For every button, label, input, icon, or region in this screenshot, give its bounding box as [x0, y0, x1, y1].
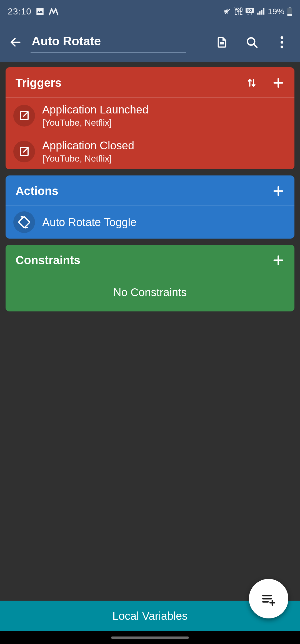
trigger-title: Application Launched: [42, 103, 149, 116]
trigger-row[interactable]: Application Launched [YouTube, Netflix]: [6, 98, 294, 133]
overflow-menu-button[interactable]: [269, 30, 294, 55]
description-button[interactable]: [209, 30, 234, 55]
actions-header: Actions: [6, 175, 294, 205]
local-variables-label: Local Variables: [112, 610, 188, 622]
search-button[interactable]: [239, 30, 264, 55]
app-launch-icon: [13, 141, 35, 162]
macro-name-input[interactable]: [31, 32, 186, 53]
reorder-triggers-button[interactable]: [244, 75, 259, 91]
nav-handle[interactable]: [111, 636, 189, 639]
action-row[interactable]: Auto Rotate Toggle: [6, 206, 294, 239]
add-trigger-button[interactable]: [271, 75, 286, 91]
title-wrap: [31, 32, 204, 53]
svg-rect-3: [259, 11, 261, 15]
svg-rect-5: [263, 8, 264, 14]
app-bar: [0, 23, 300, 62]
rotate-icon: [13, 211, 35, 233]
svg-point-10: [281, 36, 283, 39]
svg-point-11: [281, 41, 283, 44]
constraints-title: Constraints: [16, 254, 80, 267]
actions-title: Actions: [16, 184, 58, 198]
add-variable-fab[interactable]: [249, 579, 288, 618]
app-launch-icon: [13, 105, 35, 127]
constraints-header: Constraints: [6, 245, 294, 275]
trigger-subtitle: [YouTube, Netflix]: [42, 118, 149, 128]
svg-rect-2: [257, 13, 259, 15]
add-constraint-button[interactable]: [271, 252, 286, 268]
trigger-subtitle: [YouTube, Netflix]: [42, 153, 134, 164]
triggers-card: Triggers Application Launched [Yo: [6, 67, 294, 169]
content: Triggers Application Launched [Yo: [0, 62, 300, 644]
action-title: Auto Rotate Toggle: [42, 216, 137, 229]
svg-rect-8: [287, 14, 292, 16]
battery-text: 19%: [268, 7, 284, 16]
status-left: 23:10: [8, 6, 59, 17]
nav-bar: [0, 631, 300, 644]
svg-point-12: [281, 46, 283, 48]
svg-text:5G: 5G: [247, 8, 252, 13]
trigger-row[interactable]: Application Closed [YouTube, Netflix]: [6, 133, 294, 169]
actions-card: Actions Auto Rotate Toggle: [6, 175, 294, 239]
m-letter-icon: [49, 7, 59, 16]
svg-rect-4: [261, 10, 262, 14]
5g-icon: 5G: [246, 8, 254, 15]
gallery-icon: [35, 7, 45, 16]
trigger-title: Application Closed: [42, 139, 134, 152]
triggers-title: Triggers: [16, 76, 62, 90]
svg-rect-6: [289, 7, 291, 8]
triggers-header: Triggers: [6, 67, 294, 97]
volte-icon: Vo))LTE: [234, 8, 243, 15]
mute-icon: [223, 7, 232, 16]
status-time: 23:10: [8, 6, 31, 17]
status-bar: 23:10 Vo))LTE 5G 19%: [0, 0, 300, 23]
back-button[interactable]: [6, 32, 26, 52]
svg-rect-15: [18, 216, 30, 228]
constraints-card: Constraints No Constraints: [6, 245, 294, 311]
add-action-button[interactable]: [271, 183, 286, 199]
signal-icon: [257, 8, 265, 15]
screen: 23:10 Vo))LTE 5G 19%: [0, 0, 300, 644]
status-right: Vo))LTE 5G 19%: [223, 7, 292, 16]
battery-icon: [287, 7, 292, 16]
constraints-empty: No Constraints: [6, 275, 294, 311]
